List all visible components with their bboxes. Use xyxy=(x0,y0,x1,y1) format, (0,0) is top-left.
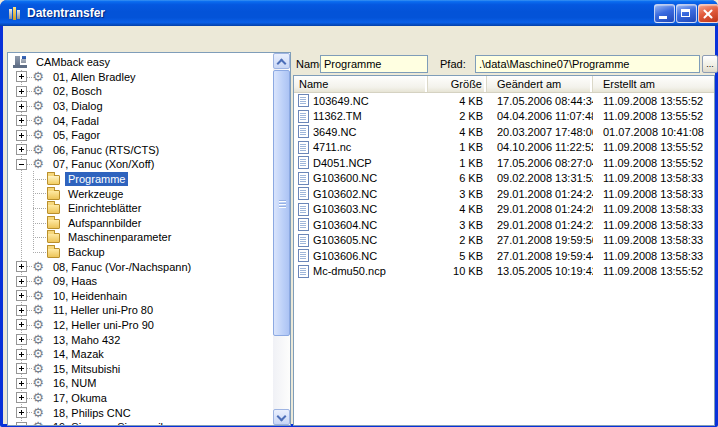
gear-icon xyxy=(31,260,45,274)
tree-expander-icon[interactable] xyxy=(16,290,27,301)
tree-expander-icon[interactable] xyxy=(16,305,27,316)
tree-expander-icon[interactable] xyxy=(16,144,27,155)
tree-expander-icon[interactable] xyxy=(16,71,27,82)
tree-expander-icon[interactable] xyxy=(16,334,27,345)
tree-item-label: 12, Heller uni-Pro 90 xyxy=(50,318,157,332)
maximize-button[interactable] xyxy=(676,4,697,23)
file-row[interactable]: 4711.nc1 KB04.10.2006 11:22:5211.09.2008… xyxy=(294,140,714,156)
tree-expander-icon[interactable] xyxy=(16,159,27,170)
file-row[interactable]: 103649.NC4 KB17.05.2006 08:44:3411.09.20… xyxy=(294,93,714,109)
tree-item-label: 04, Fadal xyxy=(50,114,102,128)
scroll-down-icon[interactable] xyxy=(273,409,290,425)
gear-icon xyxy=(31,376,45,390)
tree-expander-icon[interactable] xyxy=(16,422,27,425)
scrollbar-thumb[interactable] xyxy=(273,70,290,336)
file-cell: 11.09.2008 13:58:33 xyxy=(593,203,714,215)
minimize-button[interactable] xyxy=(654,4,675,23)
tree-item[interactable]: 10, Heidenhain xyxy=(8,289,273,304)
column-header-created[interactable]: Erstellt am xyxy=(593,76,714,92)
tree-item[interactable]: 01, Allen Bradley xyxy=(8,70,273,85)
tree-item[interactable]: 06, Fanuc (RTS/CTS) xyxy=(8,143,273,158)
file-cell: 29.01.2008 01:24:22 xyxy=(487,219,593,231)
tree-scrollbar[interactable] xyxy=(273,53,290,425)
tree-item[interactable]: 07, Fanuc (Xon/Xoff) xyxy=(8,157,273,172)
tree-expander-icon[interactable] xyxy=(16,349,27,360)
close-button[interactable] xyxy=(698,4,718,23)
file-cell: 04.04.2006 11:07:48 xyxy=(487,110,593,122)
tree-expander-icon[interactable] xyxy=(16,363,27,374)
tree-item[interactable]: 17, Okuma xyxy=(8,391,273,406)
tree-item-label: Programme xyxy=(65,172,128,186)
gear-icon xyxy=(31,99,45,113)
tree-expander-icon[interactable] xyxy=(16,378,27,389)
name-input[interactable] xyxy=(320,55,428,73)
file-row[interactable]: 3649.NC4 KB20.03.2007 17:48:0601.07.2008… xyxy=(294,124,714,140)
tree-item[interactable]: Einrichteblätter xyxy=(8,201,273,216)
folder-icon xyxy=(47,204,60,214)
tree-item[interactable]: 02, Bosch xyxy=(8,84,273,99)
tree-item[interactable]: 11, Heller uni-Pro 80 xyxy=(8,303,273,318)
file-cell: 27.01.2008 19:59:44 xyxy=(487,250,593,262)
gear-icon xyxy=(31,143,45,157)
titlebar[interactable]: Datentransfer xyxy=(0,0,718,26)
tree-item[interactable]: 05, Fagor xyxy=(8,128,273,143)
tree-item-label: 18, Philips CNC xyxy=(50,406,134,420)
tree-item[interactable]: Maschinenparameter xyxy=(8,230,273,245)
tree-item[interactable]: Werkzeuge xyxy=(8,186,273,201)
tree-item-label: 09, Haas xyxy=(50,274,100,288)
file-cell: 11.09.2008 13:55:52 xyxy=(593,95,714,107)
tree-item[interactable]: 13, Maho 432 xyxy=(8,332,273,347)
tree-item[interactable]: 12, Heller uni-Pro 90 xyxy=(8,318,273,333)
app-icon[interactable] xyxy=(7,6,22,21)
tree-expander-icon[interactable] xyxy=(16,319,27,330)
tree-item-label: 17, Okuma xyxy=(50,391,110,405)
tree-item[interactable]: 16, NUM xyxy=(8,376,273,391)
browse-button[interactable]: ... xyxy=(702,55,718,73)
file-row[interactable]: G103602.NC3 KB29.01.2008 01:24:2411.09.2… xyxy=(294,186,714,202)
file-cell: 04.10.2006 11:22:52 xyxy=(487,141,593,153)
tree-item[interactable]: 14, Mazak xyxy=(8,347,273,362)
tree-item[interactable]: 08, Fanuc (Vor-/Nachspann) xyxy=(8,259,273,274)
tree-item[interactable]: 18, Philips CNC xyxy=(8,405,273,420)
tree-item[interactable]: CAMback easy xyxy=(8,55,273,70)
tree-item[interactable]: 09, Haas xyxy=(8,274,273,289)
column-header-modified[interactable]: Geändert am xyxy=(487,76,593,92)
tree-expander-icon[interactable] xyxy=(16,407,27,418)
column-header-size[interactable]: Größe xyxy=(428,76,487,92)
file-row[interactable]: D4051.NCP1 KB17.05.2006 08:27:0411.09.20… xyxy=(294,155,714,171)
file-cell: 11.09.2008 13:58:33 xyxy=(593,188,714,200)
tree-expander-icon[interactable] xyxy=(16,115,27,126)
tree-expander-icon[interactable] xyxy=(16,261,27,272)
folder-icon xyxy=(47,190,60,200)
tree-expander-icon[interactable] xyxy=(16,130,27,141)
file-row[interactable]: Mc-dmu50.ncp10 KB13.05.2005 10:19:4211.0… xyxy=(294,264,714,280)
tree-item-label: Backup xyxy=(65,245,108,259)
tree-item[interactable]: Backup xyxy=(8,245,273,260)
file-row[interactable]: G103600.NC6 KB09.02.2008 13:31:5211.09.2… xyxy=(294,171,714,187)
tree-expander-icon[interactable] xyxy=(16,86,27,97)
file-row[interactable]: G103603.NC4 KB29.01.2008 01:24:2011.09.2… xyxy=(294,202,714,218)
file-icon xyxy=(298,172,309,185)
tree-item[interactable]: 04, Fadal xyxy=(8,113,273,128)
tree-expander-icon[interactable] xyxy=(16,392,27,403)
tree-item-label: Maschinenparameter xyxy=(65,230,174,244)
tree-item[interactable]: Programme xyxy=(8,172,273,187)
file-icon xyxy=(298,203,309,216)
scroll-up-icon[interactable] xyxy=(273,53,290,69)
tree-item[interactable]: Aufspannbilder xyxy=(8,216,273,231)
tree-item[interactable]: 03, Dialog xyxy=(8,99,273,114)
file-cell: 11.09.2008 13:55:52 xyxy=(593,265,714,277)
tree-expander-icon[interactable] xyxy=(16,276,27,287)
column-header-name[interactable]: Name xyxy=(294,76,428,92)
path-input[interactable] xyxy=(475,55,700,73)
tree-item-label: 11, Heller uni-Pro 80 xyxy=(50,303,156,317)
file-row[interactable]: G103604.NC3 KB29.01.2008 01:24:2211.09.2… xyxy=(294,217,714,233)
file-row[interactable]: G103606.NC5 KB27.01.2008 19:59:4411.09.2… xyxy=(294,248,714,264)
app-window: Datentransfer CAMback easy01, Allen Brad… xyxy=(0,0,718,427)
tree-expander-icon[interactable] xyxy=(16,101,27,112)
tree-item[interactable]: 19, Siemens Sinumerik xyxy=(8,420,273,425)
file-row[interactable]: G103605.NC2 KB27.01.2008 19:59:5611.09.2… xyxy=(294,233,714,249)
file-row[interactable]: 11362.TM2 KB04.04.2006 11:07:4811.09.200… xyxy=(294,109,714,125)
tree-item[interactable]: 15, Mitsubishi xyxy=(8,361,273,376)
file-icon xyxy=(298,156,309,169)
